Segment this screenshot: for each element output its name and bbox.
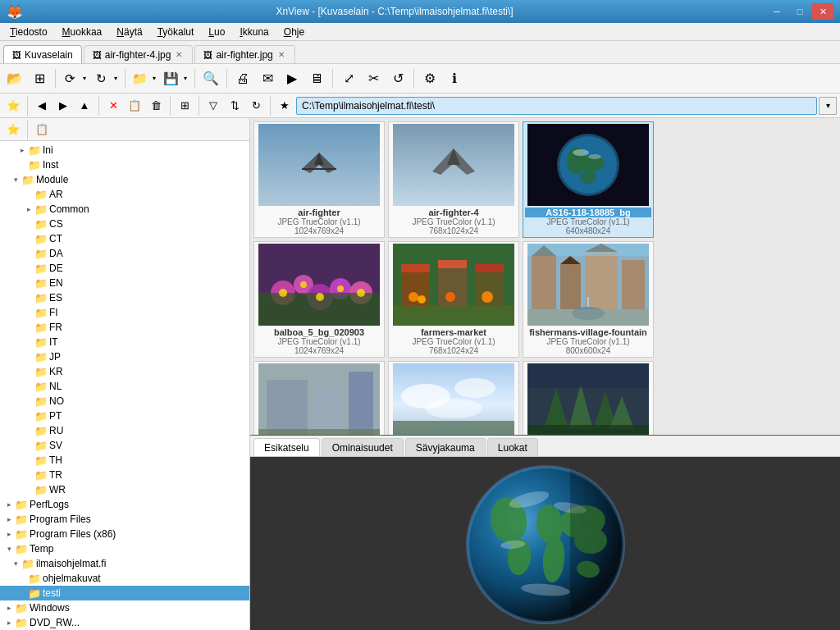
nav-copy[interactable]: 📋 (125, 96, 144, 116)
menu-luo[interactable]: Luo (202, 25, 231, 39)
toolbar-screen[interactable]: 🖥 (305, 67, 328, 90)
nav-stop[interactable]: ✕ (103, 96, 123, 116)
tree-toggle-32[interactable]: ▸ (3, 619, 15, 627)
fav-nav[interactable]: 📋 (32, 120, 52, 139)
preview-tab-savyjakauma[interactable]: Sävyjakauma (405, 438, 486, 456)
menu-muokkaa[interactable]: Muokkaa (56, 25, 109, 39)
minimize-button[interactable]: ─ (766, 3, 788, 20)
nav-up[interactable]: ▲ (75, 96, 94, 116)
tree-item-wr[interactable]: 📁WR (0, 482, 249, 497)
thumb-item-img7[interactable] (253, 361, 385, 435)
preview-tab-luokat[interactable]: Luokat (487, 438, 538, 456)
fav-button[interactable]: ⭐ (3, 96, 23, 116)
toolbar-crop[interactable]: ✂ (362, 67, 385, 90)
tree-item-no[interactable]: 📁NO (0, 394, 249, 409)
tree-item-en[interactable]: 📁EN (0, 276, 249, 290)
tree-item-ar[interactable]: 📁AR (0, 187, 249, 202)
toolbar-prev-drop[interactable]: ▾ (80, 67, 89, 90)
close-button[interactable]: ✕ (812, 3, 833, 20)
tree-item-es[interactable]: 📁ES (0, 290, 249, 305)
tree-toggle-27[interactable]: ▾ (3, 545, 15, 553)
thumb-item-img8[interactable] (388, 361, 519, 435)
sort-btn[interactable]: ⇅ (225, 96, 244, 116)
tree-item-nl[interactable]: 📁NL (0, 379, 249, 394)
address-dropdown[interactable]: ▾ (819, 97, 837, 115)
toolbar-thumbnails[interactable]: ⊞ (28, 67, 51, 90)
tree-item-kr[interactable]: 📁KR (0, 364, 249, 379)
toolbar-prev[interactable]: ⟳ (60, 67, 80, 90)
tree-item-inst[interactable]: 📁Inst (0, 158, 249, 172)
toolbar-info[interactable]: ℹ (443, 67, 466, 90)
menu-ikkuna[interactable]: Ikkuna (233, 25, 275, 39)
toolbar-folder-open[interactable]: 📂 (3, 67, 26, 90)
tab-airfighter4[interactable]: 🖼 air-fighter-4.jpg ✕ (84, 45, 194, 63)
menu-tyokalut[interactable]: Työkalut (151, 25, 201, 39)
close-tab-airfighter4[interactable]: ✕ (174, 50, 184, 60)
thumb-item-AS16-118-18885_bg[interactable]: AS16-118-18885_bgJPEG TrueColor (v1.1)64… (523, 121, 654, 238)
tree-item-jp[interactable]: 📁JP (0, 349, 249, 364)
toolbar-rotate[interactable]: ↺ (386, 67, 409, 90)
thumb-item-air-fighter-4[interactable]: air-fighter-4JPEG TrueColor (v1.1)768x10… (388, 121, 519, 238)
tree-toggle-31[interactable]: ▸ (3, 604, 15, 612)
menu-nayta[interactable]: Näytä (110, 25, 148, 39)
tree-item-it[interactable]: 📁IT (0, 335, 249, 349)
nav-forward[interactable]: ▶ (53, 96, 73, 116)
toolbar-email[interactable]: ✉ (256, 67, 279, 90)
tree-item-de[interactable]: 📁DE (0, 261, 249, 276)
nav-delete[interactable]: 🗑 (146, 96, 166, 116)
toolbar-next-drop[interactable]: ▾ (111, 67, 121, 90)
preview-tab-esikatselu[interactable]: Esikatselu (253, 438, 320, 456)
tree-item-ini[interactable]: ▸📁Ini (0, 143, 249, 158)
tree-toggle-24[interactable]: ▸ (3, 500, 15, 509)
thumb-item-fishermans-village-fountain[interactable]: fishermans-village-fountainJPEG TrueColo… (523, 241, 654, 358)
tree-item-fi[interactable]: 📁FI (0, 305, 249, 320)
tab-kuvaselain[interactable]: 🖼 Kuvaselain (3, 45, 82, 63)
tree-item-perflogs[interactable]: ▸📁PerfLogs (0, 497, 249, 512)
tree-item-ilmaisohjelmat.fi[interactable]: ▾📁ilmaisohjelmat.fi (0, 556, 249, 571)
tree-item-program_files_(x86)[interactable]: ▸📁Program Files (x86) (0, 527, 249, 541)
tree-item-sv[interactable]: 📁SV (0, 438, 249, 453)
tree-item-fr[interactable]: 📁FR (0, 320, 249, 335)
tree-item-th[interactable]: 📁TH (0, 453, 249, 468)
thumbnail-area[interactable]: air-fighterJPEG TrueColor (v1.1)1024x769… (250, 118, 840, 435)
toolbar-save-drop[interactable]: ▾ (180, 67, 190, 90)
tree-item-ohjelmakuvat[interactable]: 📁ohjelmakuvat (0, 571, 249, 586)
toolbar-open-drop[interactable]: ▾ (149, 67, 159, 90)
tree-item-dvd_rw...[interactable]: ▸📁DVD_RW... (0, 615, 249, 630)
close-tab-airfighter[interactable]: ✕ (276, 50, 286, 60)
tree-item-program_files[interactable]: ▸📁Program Files (0, 512, 249, 527)
nav-back[interactable]: ◀ (32, 96, 52, 116)
tree-item-windows[interactable]: ▸📁Windows (0, 600, 249, 615)
tree-toggle-0[interactable]: ▸ (16, 146, 28, 154)
tree-item-ct[interactable]: 📁CT (0, 231, 249, 246)
menu-tiedosto[interactable]: Tiedosto (3, 25, 54, 39)
tree-toggle-28[interactable]: ▾ (10, 559, 21, 568)
tree-item-tr[interactable]: 📁TR (0, 468, 249, 482)
thumb-item-air-fighter[interactable]: air-fighterJPEG TrueColor (v1.1)1024x769… (253, 121, 385, 238)
thumb-item-balboa_5_bg_020903[interactable]: balboa_5_bg_020903JPEG TrueColor (v1.1)1… (253, 241, 385, 358)
tree-item-pt[interactable]: 📁PT (0, 409, 249, 423)
toolbar-slide[interactable]: ▶ (281, 67, 304, 90)
tree-item-common[interactable]: ▸📁Common (0, 202, 249, 217)
tree-item-ru[interactable]: 📁RU (0, 423, 249, 438)
tab-airfighter[interactable]: 🖼 air-fighter.jpg ✕ (194, 45, 294, 63)
fav-add[interactable]: ⭐ (3, 120, 23, 139)
tree-item-temp[interactable]: ▾📁Temp (0, 541, 249, 556)
toolbar-open[interactable]: 📁 (130, 67, 149, 90)
toolbar-resize[interactable]: ⤢ (337, 67, 360, 90)
address-input[interactable] (296, 97, 817, 115)
preview-tab-ominaisuudet[interactable]: Ominaisuudet (322, 438, 404, 456)
folder-tree[interactable]: ▸📁Ini📁Inst▾📁Module📁AR▸📁Common📁CS📁CT📁DA📁D… (0, 141, 249, 630)
view-grid[interactable]: ⊞ (175, 96, 194, 116)
tree-item-da[interactable]: 📁DA (0, 246, 249, 261)
tree-item-module[interactable]: ▾📁Module (0, 172, 249, 187)
filter-btn[interactable]: ▽ (203, 96, 223, 116)
star-btn[interactable]: ★ (275, 96, 294, 116)
toolbar-settings[interactable]: ⚙ (418, 67, 441, 90)
tree-toggle-2[interactable]: ▾ (10, 176, 21, 184)
toolbar-print[interactable]: 🖨 (231, 67, 254, 90)
thumb-item-img9[interactable] (523, 361, 654, 435)
toolbar-search[interactable]: 🔍 (199, 67, 222, 90)
tree-item-cs[interactable]: 📁CS (0, 217, 249, 231)
tree-item-testi[interactable]: 📁testi (0, 586, 249, 600)
